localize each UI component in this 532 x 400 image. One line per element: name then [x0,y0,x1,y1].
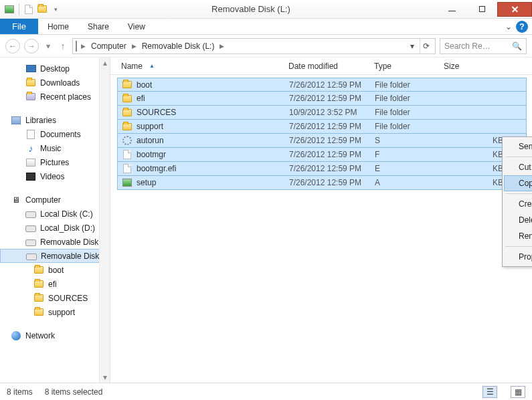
col-label: Name [121,62,143,71]
file-type: S [371,136,440,145]
file-tab[interactable]: File [0,19,38,34]
ribbon-expand-icon[interactable]: ⌄ [501,19,516,34]
nav-computer[interactable]: 🖥Computer [0,193,110,207]
nav-child-efi[interactable]: efi [0,277,110,291]
qat-newfolder-icon[interactable] [37,4,48,15]
file-name: efi [137,94,145,103]
nav-pictures[interactable]: Pictures [0,155,110,169]
tab-share[interactable]: Share [78,19,118,34]
file-name: bootmgr.efi [137,164,176,173]
file-row[interactable]: bootmgr7/26/2012 12:59 PMFKB [117,148,527,162]
qat-dropdown-icon[interactable]: ▾ [50,4,61,15]
nav-label: Local Disk (C:) [40,209,93,219]
help-icon[interactable]: ? [516,21,528,33]
folder-icon [122,80,132,90]
file-type: File folder [371,122,440,131]
col-type[interactable]: Type [370,62,440,71]
file-row[interactable]: boot7/26/2012 12:59 PMFile folder [117,78,527,92]
file-type: E [371,164,440,173]
file-size: KB [440,178,507,187]
file-type: File folder [371,108,440,117]
nav-desktop[interactable]: Desktop [0,62,110,76]
file-row[interactable]: support7/26/2012 12:59 PMFile folder [117,120,527,134]
back-button[interactable]: ← [5,39,20,54]
folder-icon [122,93,132,104]
nav-label: Libraries [25,116,56,125]
nav-label: Removable Disk ( [41,252,104,261]
breadcrumb-removable-disk[interactable]: Removable Disk (L:) [141,41,216,51]
file-row[interactable]: bootmgr.efi7/26/2012 12:59 PMEKB [117,162,527,176]
close-button[interactable] [497,2,532,17]
address-bar-row: ← → ▾ ↑ ▶ Computer ▶ Removable Disk (L:)… [0,35,532,58]
nav-network[interactable]: Network [0,328,110,342]
file-name: support [137,122,163,131]
nav-label: Removable Disk ( [40,237,104,247]
col-name[interactable]: Name▲ [117,62,284,71]
status-bar: 8 items 8 items selected ☰ ▦ [0,383,532,400]
menu-item-delete[interactable]: Delete [504,212,532,228]
file-type: A [371,178,440,187]
breadcrumb-sep[interactable]: ▶ [130,43,138,49]
up-button[interactable]: ↑ [58,39,68,54]
maximize-button[interactable] [467,2,497,17]
menu-item-rename[interactable]: Rename [504,228,532,244]
nav-downloads[interactable]: Downloads [0,76,110,90]
nav-local-disk-c[interactable]: Local Disk (C:) [0,207,110,221]
nav-removable-disk-2[interactable]: Removable Disk ( [0,249,110,263]
minimize-button[interactable] [437,2,467,17]
nav-label: Local_Disk (D:) [40,223,95,233]
menu-item-cut[interactable]: Cut [504,159,532,175]
file-row[interactable]: autorun7/26/2012 12:59 PMSKB [117,134,527,148]
scroll-up-icon[interactable]: ▴ [100,58,110,68]
title-bar: ▾ Removable Disk (L:) [0,0,532,19]
view-icons-button[interactable]: ▦ [511,386,525,398]
recent-locations-icon[interactable]: ▾ [43,39,54,54]
forward-button[interactable]: → [24,39,39,54]
qat-properties-icon[interactable] [23,4,34,15]
file-row[interactable]: efi7/26/2012 12:59 PMFile folder [117,92,527,106]
col-size[interactable]: Size [440,62,507,71]
tab-view[interactable]: View [118,19,155,34]
scroll-down-icon[interactable]: ▾ [100,372,110,383]
nav-music[interactable]: ♪Music [0,141,110,155]
nav-removable-disk-1[interactable]: Removable Disk ( [0,235,110,249]
address-dropdown-icon[interactable]: ▾ [408,41,417,51]
menu-divider [505,246,532,247]
navigation-pane: Desktop Downloads Recent places Librarie… [0,58,110,383]
nav-local-disk-d[interactable]: Local_Disk (D:) [0,221,110,235]
col-date[interactable]: Date modified [284,62,370,71]
breadcrumb-sep[interactable]: ▶ [80,43,87,49]
qat-separator [19,3,19,15]
nav-child-sources[interactable]: SOURCES [0,291,110,305]
menu-label: Delete [519,215,532,225]
menu-item-properties[interactable]: Properties [504,249,532,265]
file-size: KB [440,164,507,173]
refresh-button[interactable]: ⟳ [420,39,432,54]
file-name: setup [137,178,156,187]
menu-item-copy[interactable]: Copy [504,175,532,191]
file-row[interactable]: setup7/26/2012 12:59 PMAKB [117,176,527,190]
tab-home[interactable]: Home [38,19,78,34]
file-type: F [371,150,440,159]
menu-item-create-shortcut[interactable]: Create shortcut [504,196,532,212]
nav-child-support[interactable]: support [0,305,110,319]
file-date: 7/26/2012 12:59 PM [285,122,371,131]
column-headers: Name▲ Date modified Type Size [110,58,532,75]
file-row[interactable]: SOURCES10/9/2012 3:52 PMFile folder [117,106,527,120]
search-box[interactable]: Search Re… 🔍 [440,38,527,54]
breadcrumb-sep[interactable]: ▶ [218,43,226,49]
view-details-button[interactable]: ☰ [482,386,497,398]
nav-child-boot[interactable]: boot [0,263,110,277]
nav-videos[interactable]: Videos [0,169,110,183]
nav-documents[interactable]: Documents [0,127,110,141]
nav-label: Music [40,144,61,153]
main-content: Desktop Downloads Recent places Librarie… [0,58,532,383]
nav-recent-places[interactable]: Recent places [0,90,110,104]
menu-divider [505,193,532,194]
navpane-scrollbar[interactable]: ▴ ▾ [99,58,110,383]
menu-item-send-to[interactable]: Send to▶ [504,138,532,155]
nav-libraries[interactable]: Libraries [0,113,110,127]
address-bar[interactable]: ▶ Computer ▶ Removable Disk (L:) ▶ ▾ ⟳ [72,38,436,54]
breadcrumb-computer[interactable]: Computer [90,41,128,51]
nav-label: Pictures [40,158,69,167]
